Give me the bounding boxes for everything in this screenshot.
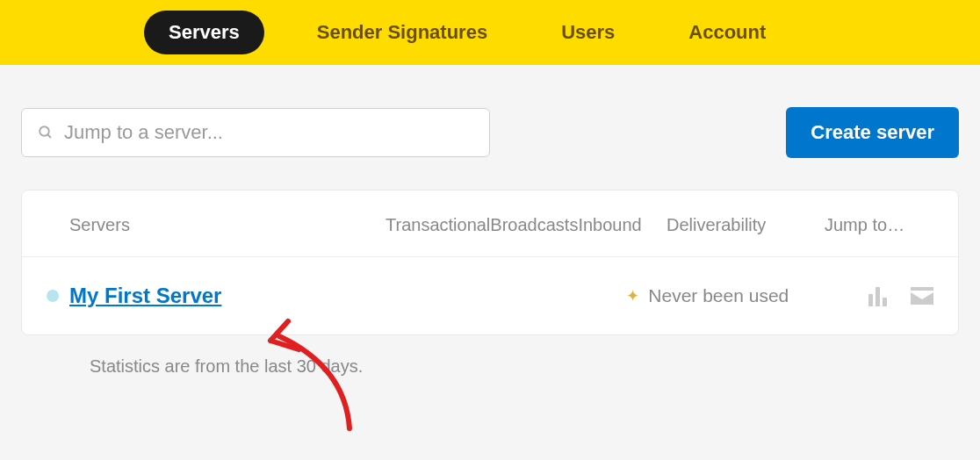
tab-users[interactable]: Users [540,12,636,53]
table-header: Servers Transactional Broadcasts Inbound… [22,190,958,257]
search-input[interactable] [64,121,473,144]
server-name-link[interactable]: My First Server [69,284,221,308]
bar-chart-icon[interactable] [867,285,890,306]
create-server-button[interactable]: Create server [786,107,959,158]
svg-rect-4 [883,298,887,306]
column-header-broadcasts: Broadcasts [490,215,578,235]
svg-rect-5 [911,287,933,291]
tab-servers[interactable]: Servers [144,11,264,54]
table-row: My First Server ✦ Never been used [22,257,958,334]
column-header-jump: Jump to… [825,215,904,235]
sparkle-icon: ✦ [626,286,639,305]
envelope-icon[interactable] [911,287,933,305]
nav-bar: Servers Sender Signatures Users Account [0,0,980,65]
server-panel: Servers Transactional Broadcasts Inbound… [21,190,959,335]
tab-account[interactable]: Account [667,12,787,53]
column-header-deliverability: Deliverability [667,215,825,235]
column-header-transactional: Transactional [386,215,490,235]
search-box[interactable] [21,108,490,157]
footnote: Statistics are from the last 30 days. [0,335,980,377]
column-header-inbound: Inbound [578,215,641,235]
tab-sender-signatures[interactable]: Sender Signatures [296,12,508,53]
status-dot [47,290,59,302]
deliverability-text: Never been used [648,285,789,306]
svg-rect-2 [868,294,873,306]
search-icon [38,125,54,140]
svg-line-1 [47,134,51,138]
column-header-servers: Servers [69,215,386,235]
svg-rect-3 [876,287,880,306]
svg-point-0 [40,126,49,136]
toolbar: Create server [0,65,980,190]
